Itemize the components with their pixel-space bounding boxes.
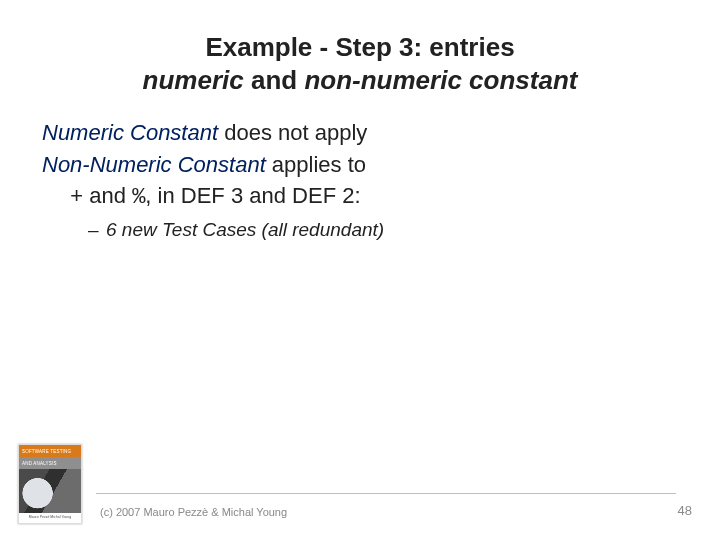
title-italic-2: non-numeric constant	[304, 65, 577, 95]
book-cover-thumbnail: SOFTWARE TESTING AND ANALYSIS Mauro Pezz…	[18, 444, 82, 524]
code-percent: %	[132, 185, 145, 210]
title-italic-1: numeric	[143, 65, 244, 95]
body-subitem-1: 6 new Test Cases (all redundant)	[42, 217, 678, 243]
body-line-2-rest: applies to	[266, 152, 366, 177]
slide-title: Example - Step 3: entries numeric and no…	[0, 31, 720, 96]
page-number: 48	[678, 503, 692, 518]
cover-authors: Mauro Pezzè Michal Young	[19, 513, 81, 521]
footer-divider	[96, 493, 676, 494]
title-line-1: Example - Step 3: entries	[0, 31, 720, 64]
body-line-3-rest: , in DEF 3 and DEF 2:	[145, 183, 360, 208]
body-line-3: + and %, in DEF 3 and DEF 2:	[42, 181, 678, 213]
cover-title-bar: SOFTWARE TESTING	[19, 445, 81, 457]
slide: Example - Step 3: entries numeric and no…	[0, 0, 720, 540]
body-line-2: Non-Numeric Constant applies to	[42, 150, 678, 180]
code-plus: +	[70, 185, 83, 210]
cover-authors-text: Mauro Pezzè Michal Young	[29, 515, 71, 519]
title-mid: and	[244, 65, 305, 95]
body-line-3-mid: and	[83, 183, 132, 208]
cover-subtitle-bar: AND ANALYSIS	[19, 457, 81, 469]
body-line-1: Numeric Constant does not apply	[42, 118, 678, 148]
body-line-1-rest: does not apply	[218, 120, 367, 145]
footer-copyright: (c) 2007 Mauro Pezzè & Michal Young	[100, 506, 287, 518]
cover-subtitle-text: AND ANALYSIS	[22, 461, 57, 466]
cover-photo	[19, 469, 81, 513]
slide-body: Numeric Constant does not apply Non-Nume…	[42, 118, 678, 243]
term-numeric-constant: Numeric Constant	[42, 120, 218, 145]
cover-title-text: SOFTWARE TESTING	[22, 449, 71, 454]
term-non-numeric-constant: Non-Numeric Constant	[42, 152, 266, 177]
title-line-2: numeric and non-numeric constant	[0, 64, 720, 97]
